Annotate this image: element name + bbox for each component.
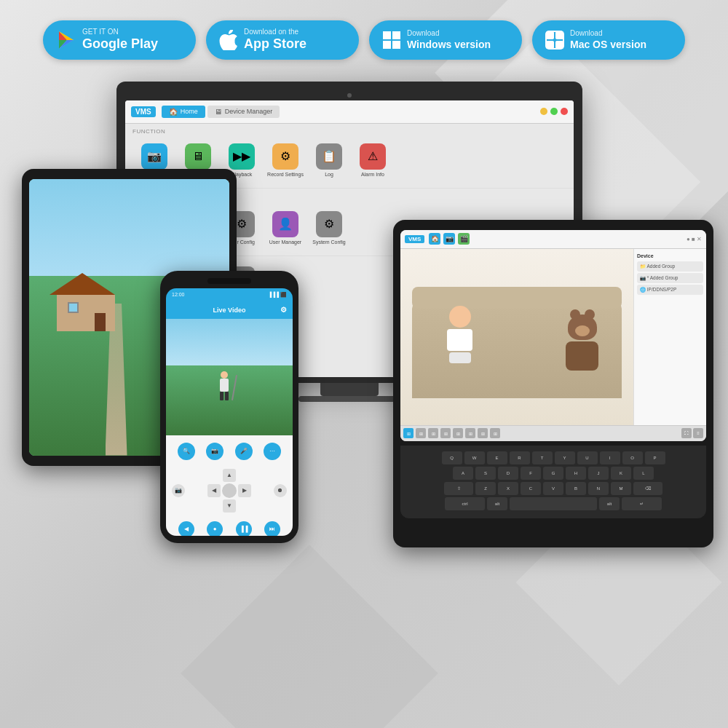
vms-tab-device-label: Device Manager (225, 108, 273, 115)
tvms-sidebar-title: Device (637, 253, 703, 258)
kbd-i[interactable]: I (600, 451, 620, 464)
kbd-backspace[interactable]: ⌫ (633, 482, 662, 495)
kbd-z[interactable]: Z (475, 482, 496, 495)
phone-record-btn[interactable]: ⏺ (274, 484, 287, 497)
main-wrapper: GET IT ON Google Play Download on the Ap… (0, 0, 728, 728)
person-legs (217, 392, 232, 400)
svg-rect-6 (392, 31, 400, 39)
phone-btn-1[interactable]: ◀ (178, 521, 194, 536)
kbd-s[interactable]: S (475, 467, 496, 480)
vms-tab-device[interactable]: 🖥 Device Manager (207, 106, 280, 118)
kbd-y[interactable]: Y (555, 451, 575, 464)
baby-diaper (449, 352, 471, 363)
kbd-q[interactable]: Q (442, 451, 462, 464)
tvms-tab-icons: 🏠 📷 🎬 (429, 233, 470, 245)
kbd-u[interactable]: U (577, 451, 598, 464)
kbd-m[interactable]: M (611, 482, 631, 495)
kbd-alt2[interactable]: alt (599, 497, 620, 510)
kbd-k[interactable]: K (611, 467, 631, 480)
baby-scene (400, 249, 633, 425)
tvms-tb-btn-4[interactable]: ⊞ (440, 428, 451, 438)
tvms-tb-btn-6[interactable]: ⊞ (465, 428, 475, 438)
kbd-g[interactable]: G (543, 467, 563, 480)
app-store-button[interactable]: Download on the App Store (206, 20, 359, 60)
phone-time: 12:00 (172, 292, 185, 297)
tvms-sidebar-item-2[interactable]: 📷 * Added Group (637, 273, 703, 283)
phone-snap-btn[interactable]: 📷 (172, 484, 185, 497)
vms-icon-usermgr[interactable]: 👤 User Manager (264, 207, 307, 250)
kbd-l[interactable]: L (633, 467, 654, 480)
kbd-e[interactable]: E (487, 451, 507, 464)
kbd-w[interactable]: W (464, 451, 485, 464)
phone-ctrl-cam[interactable]: 📷 (206, 443, 223, 460)
tvms-tb-btn-8[interactable]: ⊞ (490, 428, 500, 438)
kbd-ctrl[interactable]: ctrl (445, 497, 485, 510)
dpad-right[interactable]: ▶ (238, 484, 251, 497)
macos-button[interactable]: Download Mac OS version (532, 20, 685, 60)
tvms-tb-list[interactable]: ≡ (693, 428, 703, 438)
dpad-center[interactable] (222, 483, 237, 498)
tvms-tb-fullscreen[interactable]: ⛶ (681, 428, 692, 438)
google-play-button[interactable]: GET IT ON Google Play (43, 20, 196, 60)
tvms-tb-btn-1[interactable]: ⊞ (403, 428, 414, 438)
tvms-tb-btn-7[interactable]: ⊞ (478, 428, 488, 438)
app-store-small-text: Download on the (244, 28, 306, 36)
tvms-sidebar: Device 📁 Added Group 📷 * Added Group 🌐 I… (633, 249, 706, 425)
dpad-left[interactable]: ◀ (207, 484, 221, 497)
tvms-tab-2[interactable]: 📷 (443, 233, 455, 245)
vms-icon-sysconfig[interactable]: ⚙ System Config (307, 207, 351, 250)
tvms-tb-btn-3[interactable]: ⊞ (428, 428, 438, 438)
kbd-a[interactable]: A (453, 467, 473, 480)
tvms-sidebar-item-1[interactable]: 📁 Added Group (637, 261, 703, 272)
tvms-tb-btn-2[interactable]: ⊞ (416, 428, 426, 438)
kbd-v[interactable]: V (543, 482, 563, 495)
devices-section: VMS 🏠 Home 🖥 Device Manager (0, 74, 728, 671)
maximize-btn[interactable] (550, 108, 558, 115)
kbd-p[interactable]: P (645, 451, 665, 464)
windows-small-text: Download (407, 29, 491, 38)
vms-tablet-logo: VMS (405, 235, 424, 243)
kbd-h[interactable]: H (566, 467, 586, 480)
windows-button[interactable]: Download Windows version (369, 20, 522, 60)
phone-ctrl-zoom[interactable]: 🔍 (178, 443, 195, 460)
close-btn[interactable] (561, 108, 568, 115)
kbd-f[interactable]: F (521, 467, 541, 480)
dpad-up[interactable]: ▲ (223, 469, 236, 482)
kbd-t[interactable]: T (532, 451, 553, 464)
minimize-btn[interactable] (540, 108, 547, 115)
usermgr-label: User Manager (269, 240, 301, 245)
kbd-r[interactable]: R (510, 451, 530, 464)
vms-icon-record[interactable]: ⚙ Record Settings (264, 139, 307, 182)
phone-ctrl-more[interactable]: ⋯ (264, 443, 281, 460)
kbd-j[interactable]: J (588, 467, 609, 480)
phone-btn-3[interactable]: ▐▐ (236, 521, 252, 536)
kbd-b[interactable]: B (566, 482, 586, 495)
tvms-tab-3[interactable]: 🎬 (458, 233, 470, 245)
svg-rect-8 (392, 41, 400, 49)
vms-tab-home-label: Home (181, 108, 198, 115)
kbd-space[interactable] (510, 497, 597, 510)
kbd-x[interactable]: X (498, 482, 518, 495)
kbd-c[interactable]: C (521, 482, 541, 495)
tvms-sidebar-item-3[interactable]: 🌐 IP/DDNS/P2P (637, 285, 703, 295)
bear-body (566, 341, 598, 371)
tvms-tab-1[interactable]: 🏠 (429, 233, 440, 245)
kbd-shift[interactable]: ⇧ (444, 482, 473, 495)
kbd-row-4: ctrl alt alt ↵ (405, 497, 702, 510)
kbd-enter[interactable]: ↵ (622, 497, 662, 510)
vms-icon-alarm[interactable]: ⚠ Alarm Info (351, 139, 395, 182)
phone-ctrl-mic[interactable]: 🎤 (235, 443, 253, 460)
dpad-down[interactable]: ▼ (223, 499, 236, 513)
tvms-tb-btn-5[interactable]: ⊞ (453, 428, 463, 438)
kbd-d[interactable]: D (498, 467, 518, 480)
vms-tab-home[interactable]: 🏠 Home (162, 106, 205, 118)
app-store-large-text: App Store (244, 36, 306, 52)
kbd-alt[interactable]: alt (487, 497, 507, 510)
kbd-n[interactable]: N (588, 482, 609, 495)
phone-btn-4[interactable]: ⏭ (264, 521, 280, 536)
phone-btn-2[interactable]: ● (207, 521, 223, 536)
kbd-o[interactable]: O (622, 451, 643, 464)
macos-small-text: Download (570, 29, 646, 38)
vms-icon-log[interactable]: 📋 Log (307, 139, 351, 182)
tablet-right: VMS 🏠 📷 🎬 ● ■ ✕ (393, 220, 713, 547)
